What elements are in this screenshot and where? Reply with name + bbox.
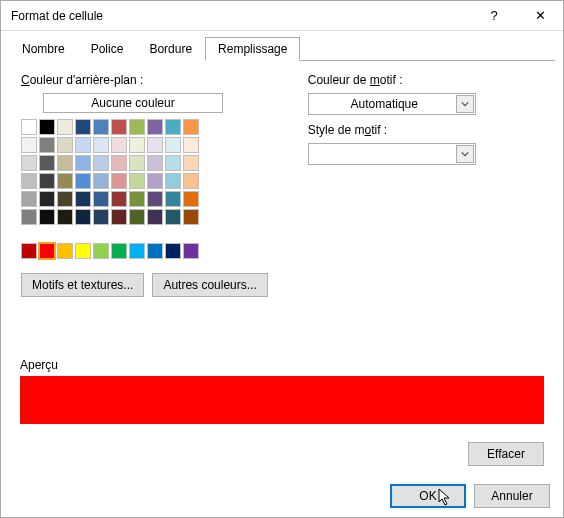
- color-swatch[interactable]: [93, 173, 109, 189]
- color-swatch[interactable]: [21, 119, 37, 135]
- pattern-color-accel: m: [370, 73, 380, 87]
- color-swatch[interactable]: [75, 155, 91, 171]
- color-swatch[interactable]: [39, 155, 55, 171]
- color-swatch[interactable]: [39, 119, 55, 135]
- color-swatch[interactable]: [57, 191, 73, 207]
- bg-label-text: ouleur d'arrière-plan :: [30, 73, 144, 87]
- clear-row: Effacer: [468, 442, 544, 466]
- color-swatch[interactable]: [129, 137, 145, 153]
- color-swatch[interactable]: [57, 243, 73, 259]
- clear-button[interactable]: Effacer: [468, 442, 544, 466]
- color-swatch[interactable]: [183, 243, 199, 259]
- color-swatch[interactable]: [57, 155, 73, 171]
- pattern-style-combo[interactable]: [308, 143, 476, 165]
- color-swatch[interactable]: [39, 173, 55, 189]
- color-swatch[interactable]: [39, 243, 55, 259]
- color-swatch[interactable]: [21, 137, 37, 153]
- color-swatch[interactable]: [39, 137, 55, 153]
- color-swatch[interactable]: [165, 137, 181, 153]
- color-swatch[interactable]: [75, 243, 91, 259]
- color-swatch[interactable]: [165, 209, 181, 225]
- color-swatch[interactable]: [129, 119, 145, 135]
- color-swatch[interactable]: [147, 155, 163, 171]
- color-swatch[interactable]: [147, 191, 163, 207]
- color-swatch[interactable]: [129, 209, 145, 225]
- tab-fill[interactable]: Remplissage: [205, 37, 300, 61]
- help-button[interactable]: ?: [471, 1, 517, 31]
- color-swatch[interactable]: [147, 243, 163, 259]
- color-swatch[interactable]: [21, 155, 37, 171]
- window-title: Format de cellule: [11, 9, 471, 23]
- color-swatch[interactable]: [165, 243, 181, 259]
- color-swatch[interactable]: [183, 155, 199, 171]
- pattern-style-text: Style de m: [308, 123, 365, 137]
- color-swatch[interactable]: [129, 173, 145, 189]
- close-button[interactable]: ✕: [517, 1, 563, 31]
- fill-pane: Couleur d'arrière-plan : Aucune couleur …: [1, 61, 563, 297]
- color-swatch[interactable]: [183, 137, 199, 153]
- color-swatch[interactable]: [93, 137, 109, 153]
- color-swatch[interactable]: [165, 119, 181, 135]
- color-swatch[interactable]: [147, 209, 163, 225]
- color-swatch[interactable]: [129, 191, 145, 207]
- titlebar: Format de cellule ? ✕: [1, 1, 563, 31]
- preview-section: Aperçu: [20, 358, 544, 424]
- chevron-down-icon: [456, 145, 474, 163]
- color-swatch[interactable]: [39, 209, 55, 225]
- color-swatch[interactable]: [57, 173, 73, 189]
- left-column: Couleur d'arrière-plan : Aucune couleur …: [21, 73, 268, 297]
- color-swatch[interactable]: [93, 209, 109, 225]
- ok-button[interactable]: OK: [390, 484, 466, 508]
- pattern-color-text: Couleur de: [308, 73, 370, 87]
- no-color-button[interactable]: Aucune couleur: [43, 93, 223, 113]
- color-swatch[interactable]: [129, 155, 145, 171]
- color-swatch[interactable]: [147, 119, 163, 135]
- bg-color-label: Couleur d'arrière-plan :: [21, 73, 268, 87]
- color-swatch[interactable]: [93, 155, 109, 171]
- cancel-button[interactable]: Annuler: [474, 484, 550, 508]
- help-icon: ?: [490, 8, 497, 23]
- color-swatch[interactable]: [111, 137, 127, 153]
- tab-strip: Nombre Police Bordure Remplissage: [1, 31, 563, 61]
- pattern-color-combo[interactable]: Automatique: [308, 93, 476, 115]
- color-swatch[interactable]: [183, 209, 199, 225]
- color-swatch[interactable]: [183, 119, 199, 135]
- color-swatch[interactable]: [93, 191, 109, 207]
- color-swatch[interactable]: [147, 173, 163, 189]
- color-swatch[interactable]: [21, 243, 37, 259]
- color-swatch[interactable]: [165, 191, 181, 207]
- color-swatch[interactable]: [75, 209, 91, 225]
- color-swatch[interactable]: [111, 209, 127, 225]
- color-swatch[interactable]: [183, 173, 199, 189]
- dialog-footer: OK Annuler: [390, 484, 550, 508]
- color-swatch[interactable]: [111, 191, 127, 207]
- color-swatch[interactable]: [57, 209, 73, 225]
- color-swatch[interactable]: [111, 173, 127, 189]
- color-swatch[interactable]: [129, 243, 145, 259]
- color-swatch[interactable]: [21, 173, 37, 189]
- color-swatch[interactable]: [39, 191, 55, 207]
- fill-effects-button[interactable]: Motifs et textures...: [21, 273, 144, 297]
- color-swatch[interactable]: [111, 119, 127, 135]
- color-swatch[interactable]: [93, 243, 109, 259]
- color-swatch[interactable]: [75, 173, 91, 189]
- color-swatch[interactable]: [147, 137, 163, 153]
- color-swatch[interactable]: [165, 155, 181, 171]
- color-swatch[interactable]: [111, 243, 127, 259]
- color-swatch[interactable]: [75, 137, 91, 153]
- tab-number[interactable]: Nombre: [9, 37, 78, 61]
- tab-font[interactable]: Police: [78, 37, 137, 61]
- color-swatch[interactable]: [75, 191, 91, 207]
- color-swatch[interactable]: [21, 191, 37, 207]
- theme-color-grid: [21, 119, 268, 225]
- more-colors-button[interactable]: Autres couleurs...: [152, 273, 267, 297]
- color-swatch[interactable]: [57, 119, 73, 135]
- color-swatch[interactable]: [75, 119, 91, 135]
- color-swatch[interactable]: [111, 155, 127, 171]
- tab-border[interactable]: Bordure: [136, 37, 205, 61]
- color-swatch[interactable]: [21, 209, 37, 225]
- color-swatch[interactable]: [93, 119, 109, 135]
- color-swatch[interactable]: [183, 191, 199, 207]
- color-swatch[interactable]: [165, 173, 181, 189]
- color-swatch[interactable]: [57, 137, 73, 153]
